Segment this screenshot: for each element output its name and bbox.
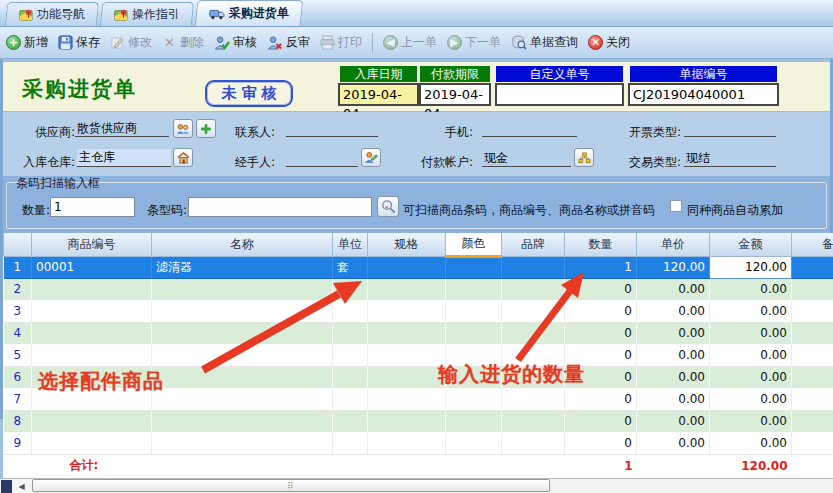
col-header-name[interactable]: 名称 (152, 233, 333, 256)
cell-name[interactable] (152, 344, 333, 366)
cell-name[interactable] (152, 322, 333, 344)
warehouse-field[interactable]: 主仓库 (77, 149, 171, 167)
row-number[interactable]: 5 (4, 344, 32, 366)
cell-code[interactable] (32, 300, 152, 322)
query-orders-button[interactable]: 单据查询 (511, 34, 578, 51)
cell-brand[interactable] (502, 300, 565, 322)
supplier-lookup-button[interactable] (173, 119, 193, 138)
cell-code[interactable] (32, 344, 152, 366)
cell-code[interactable]: 00001 (32, 256, 152, 278)
col-header-code[interactable]: 商品编号 (32, 233, 152, 256)
add-button[interactable]: + 新增 (6, 34, 48, 51)
cell-amount[interactable]: 0.00 (710, 388, 792, 410)
supplier-field[interactable]: 散货供应商 (75, 120, 169, 137)
cell-brand[interactable] (502, 388, 565, 410)
cell-unit[interactable] (333, 278, 368, 300)
cell-spec[interactable] (368, 300, 446, 322)
cell-price[interactable]: 0.00 (637, 278, 710, 300)
cell-spec[interactable] (368, 256, 446, 278)
col-header-brand[interactable]: 品牌 (502, 233, 565, 256)
modify-button[interactable]: 修改 (110, 34, 152, 51)
cell-color[interactable] (446, 388, 502, 410)
cell-name[interactable] (152, 300, 333, 322)
payment-account-field[interactable]: 现金 (482, 150, 571, 167)
cell-note[interactable] (792, 432, 833, 454)
invoice-type-field[interactable] (684, 120, 776, 137)
cell-price[interactable]: 0.00 (637, 300, 710, 322)
print-button[interactable]: 打印 (320, 34, 362, 51)
audit-button[interactable]: 审核 (214, 34, 257, 51)
row-number[interactable]: 6 (4, 366, 32, 388)
cell-spec[interactable] (368, 344, 446, 366)
cell-unit[interactable] (333, 410, 368, 432)
row-number[interactable]: 7 (4, 388, 32, 410)
tab-function-nav[interactable]: 功能导航 (5, 2, 100, 26)
cell-unit[interactable] (333, 322, 368, 344)
tab-purchase-order[interactable]: 采购进货单 (195, 0, 304, 26)
scan-search-button[interactable] (377, 196, 399, 217)
cell-color[interactable] (446, 300, 502, 322)
cell-qty[interactable]: 0 (565, 278, 637, 300)
cell-name[interactable]: 滤清器 (152, 256, 333, 278)
cell-color[interactable] (446, 432, 502, 454)
cell-unit[interactable] (333, 344, 368, 366)
mobile-field[interactable] (482, 120, 577, 137)
row-number[interactable]: 2 (4, 278, 32, 300)
cell-amount[interactable]: 0.00 (710, 344, 792, 366)
scroll-left-arrow[interactable]: ◀ (13, 479, 30, 493)
cell-note[interactable] (792, 410, 833, 432)
cell-unit[interactable] (333, 432, 368, 454)
trade-type-field[interactable]: 现结 (684, 150, 776, 167)
document-number-value[interactable]: CJ201904040001 (628, 83, 779, 106)
cell-amount[interactable]: 0.00 (710, 322, 792, 344)
next-order-button[interactable]: ▶ 下一单 (447, 34, 501, 51)
cell-code[interactable] (32, 432, 152, 454)
cell-price[interactable]: 0.00 (637, 366, 710, 388)
tab-operation-guide[interactable]: 操作指引 (100, 2, 195, 26)
cell-brand[interactable] (502, 432, 565, 454)
cell-price[interactable]: 0.00 (637, 388, 710, 410)
cell-name[interactable] (152, 366, 333, 388)
cell-unit[interactable] (333, 300, 368, 322)
cell-name[interactable] (152, 278, 333, 300)
cell-spec[interactable] (368, 322, 446, 344)
cell-qty[interactable]: 0 (565, 300, 637, 322)
close-button[interactable]: ✕ 关闭 (588, 34, 630, 51)
unaudit-button[interactable]: 反审 (267, 34, 310, 51)
row-number[interactable]: 4 (4, 322, 32, 344)
cell-note[interactable] (792, 366, 833, 388)
cell-amount[interactable]: 0.00 (710, 300, 792, 322)
col-header-rownum[interactable] (4, 233, 32, 256)
cell-amount[interactable]: 0.00 (710, 410, 792, 432)
warehouse-lookup-button[interactable] (173, 148, 193, 167)
cell-name[interactable] (152, 388, 333, 410)
accumulate-checkbox[interactable] (670, 200, 682, 212)
cell-price[interactable]: 0.00 (637, 344, 710, 366)
col-header-unit[interactable]: 单位 (333, 233, 368, 256)
account-lookup-button[interactable] (574, 148, 594, 167)
custom-number-value[interactable] (495, 83, 624, 106)
cell-unit[interactable] (333, 366, 368, 388)
cell-qty[interactable]: 0 (565, 410, 637, 432)
cell-brand[interactable] (502, 410, 565, 432)
storage-date-value[interactable]: 2019-04-04 (338, 83, 419, 106)
row-number[interactable]: 8 (4, 410, 32, 432)
cell-spec[interactable] (368, 278, 446, 300)
cell-color[interactable] (446, 322, 502, 344)
cell-color[interactable] (446, 410, 502, 432)
col-header-amount[interactable]: 金额 (710, 233, 792, 256)
cell-price[interactable]: 0.00 (637, 322, 710, 344)
col-header-qty[interactable]: 数量 (565, 233, 637, 256)
cell-qty[interactable]: 0 (565, 322, 637, 344)
cell-color[interactable] (446, 256, 502, 278)
row-number[interactable]: 3 (4, 300, 32, 322)
cell-note[interactable] (792, 300, 833, 322)
cell-note[interactable] (792, 344, 833, 366)
cell-note[interactable] (792, 256, 833, 278)
scan-qty-input[interactable] (50, 197, 135, 217)
cell-qty[interactable]: 0 (565, 388, 637, 410)
cell-unit[interactable] (333, 388, 368, 410)
previous-order-button[interactable]: ◀ 上一单 (383, 34, 437, 51)
col-header-spec[interactable]: 规格 (368, 233, 446, 256)
cell-unit[interactable]: 套 (333, 256, 368, 278)
